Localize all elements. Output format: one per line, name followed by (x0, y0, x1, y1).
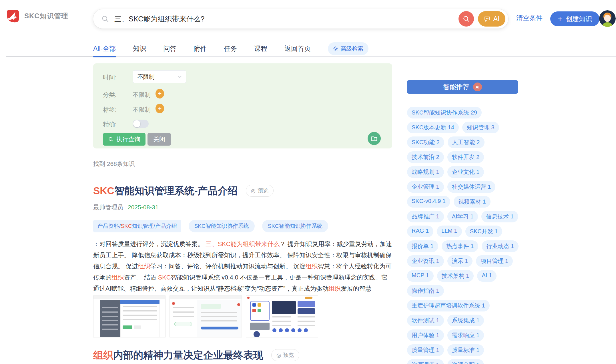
sidebar-tag-pill[interactable]: 信息技术 1 (481, 211, 518, 222)
chat-bubble-icon (484, 15, 491, 22)
result-title[interactable]: SKC智能知识管理系统-产品介绍 (93, 184, 238, 198)
result-tag-pill[interactable]: SKC智能知识协作系统 (189, 220, 255, 232)
time-filter-label: 时间: (103, 73, 117, 81)
sidebar-tag-pill[interactable]: 热点事件 1 (442, 240, 479, 252)
sidebar-tag-pill[interactable]: 行业动态 1 (482, 240, 519, 252)
app-logo[interactable]: SKC知识管理 (5, 9, 68, 23)
execute-query-button[interactable]: 执行查询 (103, 133, 145, 146)
text-segment: 产品资料/ (97, 223, 121, 229)
sidebar-tag-pill[interactable]: 企业资讯 1 (407, 255, 444, 267)
tab-5[interactable]: 任务 (224, 44, 237, 53)
text-segment: 资产。 结语 (124, 274, 158, 281)
result-date: 2025-08-31 (128, 204, 158, 211)
add-tag-button[interactable]: + (156, 104, 164, 113)
sidebar-tag-pill[interactable]: 系统集成 1 (447, 315, 484, 326)
close-filter-label: 关闭 (153, 135, 165, 143)
filter-panel: 时间: 不限制 分类: 不限制 + 标签: 不限制 + 精确: 执行查询 关闭 (93, 63, 392, 148)
eye-icon: ◎ (251, 188, 256, 194)
tab-7[interactable]: 返回首页 (284, 44, 311, 53)
user-avatar[interactable] (599, 10, 616, 27)
sidebar-tag-pill[interactable]: SKC智能知识协作系统 29 (407, 107, 482, 118)
sidebar-tag-cloud: SKC智能知识协作系统 29SKC版本更新 14知识管理 3SKC功能 2人工智… (407, 107, 522, 364)
sidebar-tag-pill[interactable]: 质量标准 1 (447, 344, 484, 356)
advanced-search-button[interactable]: 高级检索 (328, 42, 368, 55)
exact-filter-label: 精确: (103, 120, 117, 128)
sidebar-tag-pill[interactable]: 知识管理 3 (462, 122, 499, 133)
close-filter-button[interactable]: 关闭 (147, 133, 171, 146)
ai-button-label: AI (493, 15, 500, 23)
sidebar-tag-pill[interactable]: 报价单 1 (407, 240, 438, 252)
tab-6[interactable]: 课程 (254, 44, 267, 53)
add-category-button[interactable]: + (156, 89, 164, 98)
preview-button[interactable]: ◎ 预览 (246, 185, 274, 197)
create-knowledge-button[interactable]: + 创建知识 (550, 11, 599, 26)
result-item-2: 组织内部的精神力量决定企业最终表现 ◎ 预览 最帅管理员 2025-04-08 (93, 348, 394, 364)
sidebar-tag-pill[interactable]: LLM 1 (437, 226, 462, 237)
sidebar-tag-pill[interactable]: MCP 1 (407, 270, 434, 282)
sidebar-tag-pill[interactable]: 演示 1 (447, 255, 473, 267)
clear-conditions-link[interactable]: 清空条件 (516, 14, 543, 23)
result-tag-pill[interactable]: SKC智能知识协作系统 (262, 220, 328, 232)
smart-recommend-button[interactable]: 智能推荐 AI (407, 80, 518, 94)
sidebar-tag-pill[interactable]: 软件开发 2 (447, 151, 484, 163)
sidebar-tag-pill[interactable]: 企业管理 1 (407, 181, 444, 193)
sidebar-tag-pill[interactable]: SKC开发 1 (465, 226, 503, 237)
result-title[interactable]: 组织内部的精神力量决定企业最终表现 (93, 348, 263, 362)
sidebar-tag-pill[interactable]: 需求响应 1 (447, 329, 484, 341)
result-tag-pill[interactable]: 产品资料/SKC知识管理/产品介绍 (93, 220, 181, 232)
folder-add-button[interactable] (368, 132, 381, 145)
result-thumbnail-2[interactable] (170, 295, 242, 337)
sidebar-tag-pill[interactable]: 社交媒体运营 1 (447, 181, 496, 193)
exact-match-toggle[interactable] (133, 120, 149, 128)
sidebar-tag-pill[interactable]: 资源调度 1 (407, 359, 444, 364)
time-filter-select[interactable]: 不限制 (133, 70, 186, 83)
result-thumbnail-1[interactable] (93, 295, 166, 337)
search-input[interactable] (114, 15, 458, 23)
folder-plus-icon (371, 135, 378, 142)
sidebar-tag-pill[interactable]: AI 1 (477, 270, 497, 282)
plus-icon: + (558, 15, 562, 23)
sidebar-tag-pill[interactable]: SKC-v0.4.9 1 (407, 196, 450, 208)
search-icon (101, 15, 109, 23)
logo-icon (5, 9, 20, 23)
result-author: 最帅管理员 (93, 203, 123, 211)
preview-button[interactable]: ◎ 预览 (271, 349, 299, 361)
sidebar-tag-pill[interactable]: 品牌推广 1 (407, 211, 444, 222)
sidebar-tag-row: MCP 1技术架构 1AI 1 (407, 270, 522, 282)
sidebar-tag-pill[interactable]: SKC版本更新 14 (407, 122, 459, 133)
sidebar-tag-pill[interactable]: 视频素材 1 (454, 196, 491, 208)
sidebar-tag-pill[interactable]: 重症护理超声培训软件系统 1 (407, 300, 490, 311)
sidebar-tag-pill[interactable]: 技术架构 1 (437, 270, 474, 282)
sidebar-tag-pill[interactable]: 用户体验 1 (407, 329, 444, 341)
search-submit-button[interactable] (458, 11, 474, 27)
tab-2[interactable]: 知识 (133, 44, 146, 53)
sidebar-tag-pill[interactable]: SKC功能 2 (407, 136, 444, 148)
right-sidebar: 智能推荐 AI SKC智能知识协作系统 29SKC版本更新 14知识管理 3SK… (407, 80, 522, 364)
ai-chat-button[interactable]: AI (478, 11, 505, 27)
search-icon (108, 136, 114, 142)
tab-1[interactable]: All-全部 (93, 44, 116, 53)
highlighted-text: SKC (158, 274, 171, 281)
highlighted-text: 组织 (306, 263, 318, 270)
sidebar-tag-pill[interactable]: 企业文化 1 (447, 166, 484, 178)
plus-icon: + (158, 105, 162, 112)
sidebar-tag-pill[interactable]: 项目管理 1 (476, 255, 513, 267)
sidebar-tag-pill[interactable]: 软件测试 1 (407, 315, 444, 326)
execute-query-label: 执行查询 (116, 135, 140, 143)
sidebar-tag-pill[interactable]: 技术前沿 2 (407, 151, 444, 163)
result-tags: 产品资料/SKC知识管理/产品介绍SKC智能知识协作系统SKC智能知识协作系统 (93, 220, 394, 232)
category-filter-value: 不限制 (133, 91, 151, 99)
sidebar-tag-pill[interactable]: 质量管理 1 (407, 344, 444, 356)
sidebar-tag-pill[interactable]: 资源分配 1 (447, 359, 484, 364)
text-segment: 内部的精神力量决定企业最终表现 (113, 349, 263, 361)
toggle-knob (133, 120, 140, 127)
sidebar-tag-pill[interactable]: 操作指南 1 (407, 285, 444, 297)
sidebar-tag-pill[interactable]: 战略规划 1 (407, 166, 444, 178)
sidebar-tag-pill[interactable]: RAG 1 (407, 226, 433, 237)
result-thumbnail-3[interactable] (246, 295, 318, 337)
tab-3[interactable]: 问答 (163, 44, 176, 53)
sidebar-tag-pill[interactable]: 人工智能 2 (448, 136, 485, 148)
sidebar-tag-pill[interactable]: AI学习 1 (447, 211, 478, 222)
text-segment: SKC (121, 223, 132, 229)
tab-4[interactable]: 附件 (194, 44, 207, 53)
